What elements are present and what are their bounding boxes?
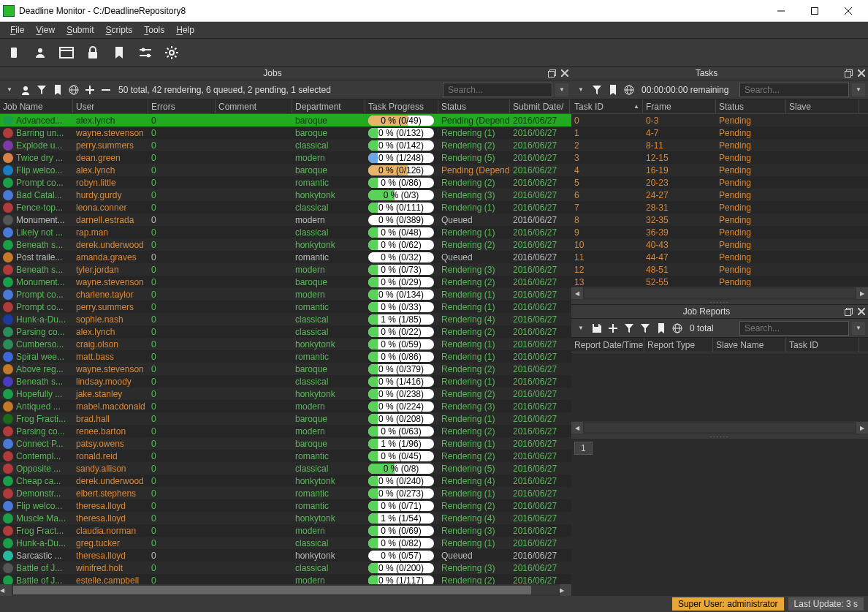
jobs-search-dropdown[interactable] bbox=[555, 83, 568, 97]
job-row[interactable]: Beneath s...derek.underwood0honkytonk0 %… bbox=[0, 238, 571, 251]
reports-search-dropdown[interactable] bbox=[852, 322, 865, 335]
col-task-progress[interactable]: Task Progress bbox=[365, 99, 438, 113]
menu-file[interactable]: File bbox=[4, 23, 30, 37]
tasks-filter-icon[interactable] bbox=[590, 83, 604, 97]
tasks-bookmark-icon[interactable] bbox=[606, 83, 620, 97]
task-row[interactable]: 624-27Pending bbox=[571, 189, 868, 201]
col-report-type[interactable]: Report Type bbox=[644, 338, 713, 352]
job-row[interactable]: Battle of J...estelle.campbell0modern0 %… bbox=[0, 574, 571, 584]
job-row[interactable]: Hopefully ...jake.stanley0honkytonk0 % (… bbox=[0, 388, 571, 400]
col-task-id[interactable]: Task ID▲ bbox=[571, 99, 643, 113]
tasks-panel-restore-button[interactable] bbox=[842, 67, 855, 80]
job-row[interactable]: Twice dry ...dean.green0modern0 % (1/248… bbox=[0, 151, 571, 164]
close-button[interactable] bbox=[831, 1, 865, 21]
job-row[interactable]: Above reg...wayne.stevenson0baroque0 % (… bbox=[0, 363, 571, 375]
menu-submit[interactable]: Submit bbox=[61, 23, 99, 37]
menu-scripts[interactable]: Scripts bbox=[100, 23, 139, 37]
job-row[interactable]: Post traile...amanda.graves0romantic0 % … bbox=[0, 251, 571, 263]
tasks-scroll-left-button[interactable] bbox=[571, 287, 583, 299]
col-user[interactable]: User bbox=[73, 99, 148, 113]
task-row[interactable]: 00-3Pending bbox=[571, 114, 868, 126]
job-row[interactable]: Flip welco...alex.lynch0baroque0 % (0/12… bbox=[0, 164, 571, 176]
job-row[interactable]: Beneath s...lindsay.moody0classical0 % (… bbox=[0, 375, 571, 388]
job-row[interactable]: Connect P...patsy.owens0baroque1 % (1/96… bbox=[0, 437, 571, 450]
task-row[interactable]: 28-11Pending bbox=[571, 139, 868, 151]
job-row[interactable]: Contempl...ronald.reid0romantic0 % (0/45… bbox=[0, 450, 571, 462]
jobs-list[interactable]: Advanced...alex.lynch0baroque0 % (0/49)P… bbox=[0, 114, 571, 584]
task-row[interactable]: 1144-47Pending bbox=[571, 251, 868, 263]
reports-filter2-icon[interactable] bbox=[639, 322, 652, 335]
jobs-search-input[interactable] bbox=[443, 83, 552, 97]
servers-icon[interactable] bbox=[6, 45, 22, 61]
reports-bookmark-icon[interactable] bbox=[655, 322, 668, 335]
users-icon[interactable] bbox=[32, 45, 48, 61]
jobs-add-icon[interactable] bbox=[83, 83, 96, 97]
tasks-list[interactable]: 00-3Pending14-7Pending28-11Pending312-15… bbox=[571, 114, 868, 287]
job-row[interactable]: Cheap ca...derek.underwood0honkytonk0 % … bbox=[0, 475, 571, 487]
job-row[interactable]: Likely not ...rap.man0classical0 % (0/48… bbox=[0, 226, 571, 238]
task-row[interactable]: 1352-55Pending bbox=[571, 276, 868, 287]
jobs-globe-icon[interactable] bbox=[67, 83, 80, 97]
job-row[interactable]: Explode u...perry.summers0classical0 % (… bbox=[0, 139, 571, 151]
reports-search-input[interactable] bbox=[739, 321, 849, 336]
col-status[interactable]: Status bbox=[438, 99, 510, 113]
job-row[interactable]: Sarcastic ...theresa.lloyd0honkytonk0 % … bbox=[0, 549, 571, 562]
tasks-panel-close-button[interactable] bbox=[855, 67, 868, 80]
jobs-bookmark-icon[interactable] bbox=[51, 83, 64, 97]
reports-panel-restore-button[interactable] bbox=[842, 305, 855, 318]
job-row[interactable]: Battle of J...winifred.holt0classical0 %… bbox=[0, 562, 571, 574]
sliders-icon[interactable] bbox=[137, 45, 153, 61]
task-row[interactable]: 728-31Pending bbox=[571, 201, 868, 214]
job-row[interactable]: Hunk-a-Du...sophie.nash0classical1 % (1/… bbox=[0, 313, 571, 325]
tasks-scroll-right-button[interactable] bbox=[856, 287, 868, 299]
job-row[interactable]: Prompt co...robyn.little0romantic0 % (0/… bbox=[0, 176, 571, 189]
job-row[interactable]: Frog Fract...claudia.norman0modern0 % (0… bbox=[0, 524, 571, 537]
jobs-scroll-left-button[interactable] bbox=[0, 584, 12, 596]
col-frame[interactable]: Frame bbox=[643, 99, 716, 113]
jobs-panel-close-button[interactable] bbox=[558, 67, 571, 80]
job-row[interactable]: Barring un...wayne.stevenson0baroque0 % … bbox=[0, 126, 571, 139]
job-row[interactable]: Flip welco...theresa.lloyd0romantic0 % (… bbox=[0, 499, 571, 512]
reports-scroll-right-button[interactable] bbox=[856, 422, 868, 434]
job-row[interactable]: Prompt co...charlene.taylor0modern0 % (0… bbox=[0, 288, 571, 301]
job-row[interactable]: Monument...darnell.estrada0modern0 % (0/… bbox=[0, 214, 571, 226]
reports-save-icon[interactable] bbox=[590, 322, 604, 335]
task-row[interactable]: 520-23Pending bbox=[571, 176, 868, 189]
jobs-user-filter-icon[interactable] bbox=[19, 83, 32, 97]
col-comment[interactable]: Comment bbox=[216, 99, 292, 113]
task-row[interactable]: 14-7Pending bbox=[571, 126, 868, 139]
gear-icon[interactable] bbox=[164, 45, 180, 61]
jobs-remove-icon[interactable] bbox=[99, 83, 113, 97]
col-report-slave[interactable]: Slave Name bbox=[713, 338, 786, 352]
reports-panel-close-button[interactable] bbox=[855, 305, 868, 318]
job-row[interactable]: Cumberso...craig.olson0honkytonk0 % (0/5… bbox=[0, 338, 571, 350]
menu-help[interactable]: Help bbox=[170, 23, 200, 37]
reports-filter-icon[interactable] bbox=[623, 322, 636, 335]
job-row[interactable]: Advanced...alex.lynch0baroque0 % (0/49)P… bbox=[0, 114, 571, 126]
col-report-taskid[interactable]: Task ID bbox=[786, 338, 859, 352]
tasks-globe-icon[interactable] bbox=[623, 83, 636, 97]
job-row[interactable]: Monument...wayne.stevenson0baroque0 % (0… bbox=[0, 276, 571, 288]
jobs-scroll-right-button[interactable] bbox=[560, 584, 571, 596]
col-errors[interactable]: Errors bbox=[148, 99, 216, 113]
col-task-status[interactable]: Status bbox=[716, 99, 786, 113]
task-row[interactable]: 1248-51Pending bbox=[571, 263, 868, 276]
maximize-button[interactable] bbox=[798, 1, 831, 21]
tasks-search-input[interactable] bbox=[739, 83, 849, 97]
menu-tools[interactable]: Tools bbox=[138, 23, 170, 37]
col-department[interactable]: Department bbox=[292, 99, 365, 113]
minimize-button[interactable] bbox=[764, 1, 798, 21]
job-row[interactable]: Muscle Ma...theresa.lloyd0honkytonk1 % (… bbox=[0, 512, 571, 524]
job-row[interactable]: Spiral wee...matt.bass0romantic0 % (0/86… bbox=[0, 350, 571, 363]
job-row[interactable]: Prompt co...perry.summers0romantic0 % (0… bbox=[0, 301, 571, 313]
report-tab-1[interactable]: 1 bbox=[574, 442, 593, 455]
jobs-hscrollbar[interactable] bbox=[0, 584, 571, 596]
menu-view[interactable]: View bbox=[30, 23, 61, 37]
col-submit-date[interactable]: Submit Date/ bbox=[510, 99, 570, 113]
task-row[interactable]: 936-39Pending bbox=[571, 226, 868, 238]
job-row[interactable]: Demonstr...elbert.stephens0romantic0 % (… bbox=[0, 487, 571, 499]
job-row[interactable]: Frog Fracti...brad.hall0baroque0 % (0/20… bbox=[0, 412, 571, 425]
tasks-menu-dropdown[interactable] bbox=[574, 83, 587, 97]
tasks-search-dropdown[interactable] bbox=[852, 83, 865, 97]
job-row[interactable]: Parsing co...alex.lynch0classical0 % (0/… bbox=[0, 325, 571, 338]
